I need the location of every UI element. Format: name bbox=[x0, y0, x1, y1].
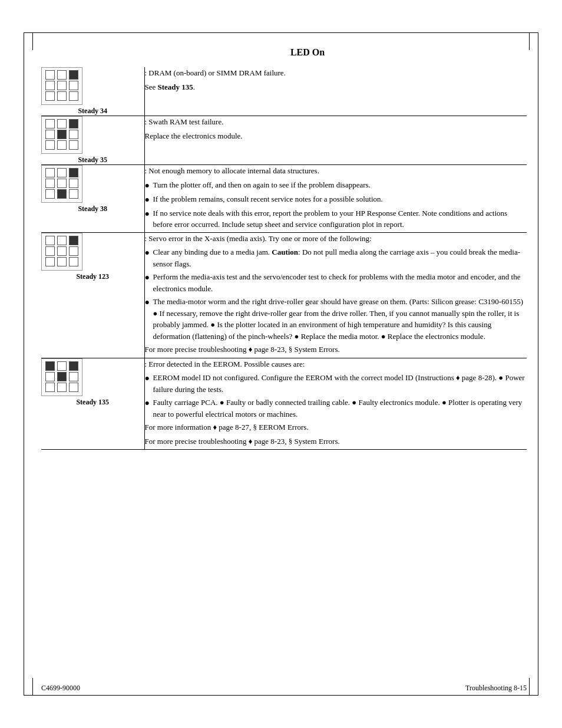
bullet-item: ● If no service note deals with this err… bbox=[145, 207, 527, 230]
footer: C4699-90000 Troubleshooting 8-15 bbox=[41, 684, 527, 693]
led-cell bbox=[69, 372, 78, 381]
right-col-steady123: : Servo error in the X-axis (media axis)… bbox=[144, 232, 527, 358]
led-cell bbox=[57, 119, 67, 129]
led-row bbox=[45, 236, 78, 245]
bullet-symbol: ● bbox=[145, 372, 153, 395]
led-cell bbox=[69, 140, 78, 150]
led-cell bbox=[57, 383, 67, 392]
troubleshoot-link-135: For more precise troubleshooting ♦ page … bbox=[145, 436, 527, 447]
led-grid-steady123 bbox=[41, 233, 82, 271]
led-row bbox=[45, 179, 78, 188]
led-cell bbox=[45, 372, 55, 381]
led-cell-filled bbox=[57, 130, 67, 139]
error-code: : DRAM (on-board) or SIMM DRAM failure. bbox=[145, 68, 286, 77]
led-cell bbox=[45, 119, 55, 129]
led-cell bbox=[69, 246, 78, 256]
led-cell-filled bbox=[69, 119, 78, 129]
troubleshoot-link-123: For more precise troubleshooting ♦ page … bbox=[145, 344, 527, 355]
margin-line-top bbox=[32, 32, 33, 50]
error-title-steady135: : Error detected in the EEROM. Possible … bbox=[145, 358, 527, 370]
bullet-symbol: ● bbox=[145, 193, 153, 206]
led-cell bbox=[57, 140, 67, 150]
led-row bbox=[45, 168, 78, 177]
replace-module: Replace the electronics module. bbox=[145, 130, 527, 142]
right-col-steady34: : DRAM (on-board) or SIMM DRAM failure. … bbox=[144, 67, 527, 116]
bullet-text: EEROM model ID not configured. Configure… bbox=[153, 372, 527, 395]
bullet-text: Turn the plotter off, and then on again … bbox=[153, 179, 527, 192]
border-right bbox=[538, 32, 538, 696]
bullet-symbol: ● bbox=[145, 207, 153, 230]
main-table: Steady 34 : DRAM (on-board) or SIMM DRAM… bbox=[41, 67, 527, 450]
led-cell bbox=[45, 168, 55, 177]
bullet-text: Clear any binding due to a media jam. Ca… bbox=[153, 246, 527, 269]
bullet-text: If the problem remains, consult recent s… bbox=[153, 193, 527, 206]
led-row bbox=[45, 246, 78, 256]
led-grid-steady38 bbox=[41, 165, 82, 203]
left-col-steady123: Steady 123 bbox=[41, 232, 144, 358]
led-cell bbox=[45, 179, 55, 188]
bullet-item: ● EEROM model ID not configured. Configu… bbox=[145, 372, 527, 395]
right-col-steady135: : Error detected in the EEROM. Possible … bbox=[144, 358, 527, 450]
error-title-steady35: : Swath RAM test failure. bbox=[145, 116, 527, 128]
margin-line-right-top bbox=[529, 32, 530, 50]
led-cell bbox=[69, 91, 78, 101]
led-cell bbox=[69, 81, 78, 90]
led-cell bbox=[45, 140, 55, 150]
led-cell bbox=[45, 91, 55, 101]
border-left bbox=[24, 32, 24, 696]
border-top bbox=[24, 32, 538, 33]
led-cell bbox=[69, 257, 78, 266]
error-title-steady123: : Servo error in the X-axis (media axis)… bbox=[145, 233, 527, 245]
led-cell-filled bbox=[45, 361, 55, 371]
led-cell bbox=[57, 168, 67, 177]
section-steady123: Steady 123 : Servo error in the X-axis (… bbox=[41, 232, 527, 358]
error-title-steady34: : DRAM (on-board) or SIMM DRAM failure. bbox=[145, 67, 527, 79]
led-cell-filled bbox=[57, 189, 67, 199]
right-col-steady35: : Swath RAM test failure. Replace the el… bbox=[144, 116, 527, 165]
bullet-symbol: ● bbox=[145, 246, 153, 269]
led-cell bbox=[69, 383, 78, 392]
led-cell bbox=[45, 246, 55, 256]
bullet-item: ● The media-motor worm and the right dri… bbox=[145, 296, 527, 342]
led-cell-filled bbox=[69, 168, 78, 177]
bullet-symbol: ● bbox=[145, 397, 153, 420]
led-row bbox=[45, 189, 78, 199]
bullet-item: ● If the problem remains, consult recent… bbox=[145, 193, 527, 206]
led-cell bbox=[45, 383, 55, 392]
led-row bbox=[45, 257, 78, 266]
more-info-link: For more information ♦ page 8-27, § EERO… bbox=[145, 421, 527, 433]
bullet-item: ● Clear any binding due to a media jam. … bbox=[145, 246, 527, 269]
led-grid-steady135 bbox=[41, 358, 82, 396]
bullet-symbol: ● bbox=[145, 271, 153, 294]
bullet-item: ● Turn the plotter off, and then on agai… bbox=[145, 179, 527, 192]
led-row bbox=[45, 81, 78, 90]
content-area: LED On bbox=[41, 47, 527, 681]
page-title: LED On bbox=[88, 47, 527, 58]
section-steady38: Steady 38 : Not enough memory to allocat… bbox=[41, 165, 527, 233]
bullet-item: ● Perform the media-axis test and the se… bbox=[145, 271, 527, 294]
bullet-text: The media-motor worm and the right drive… bbox=[153, 296, 527, 342]
steady34-label: Steady 34 bbox=[41, 107, 144, 116]
footer-right: Troubleshooting 8-15 bbox=[465, 684, 527, 693]
margin-line-bottom bbox=[32, 678, 33, 696]
left-col-steady135: Steady 135 bbox=[41, 358, 144, 450]
led-cell bbox=[45, 189, 55, 199]
led-cell bbox=[69, 179, 78, 188]
led-cell bbox=[57, 246, 67, 256]
led-row bbox=[45, 372, 78, 381]
page-wrapper: LED On bbox=[0, 0, 562, 728]
margin-line-right-bottom bbox=[529, 678, 530, 696]
led-cell-filled bbox=[69, 361, 78, 371]
led-cell-filled bbox=[69, 236, 78, 245]
led-row bbox=[45, 70, 78, 80]
led-cell bbox=[45, 257, 55, 266]
steady38-label: Steady 38 bbox=[41, 205, 144, 213]
led-row bbox=[45, 130, 78, 139]
left-col-steady35: Steady 35 bbox=[41, 116, 144, 165]
steady35-label: Steady 35 bbox=[41, 156, 144, 164]
border-bottom bbox=[24, 695, 538, 696]
led-cell bbox=[69, 130, 78, 139]
bullet-item: ● Faulty carriage PCA. ● Faulty or badly… bbox=[145, 397, 527, 420]
left-col-steady38: Steady 38 bbox=[41, 165, 144, 233]
led-cell bbox=[45, 130, 55, 139]
